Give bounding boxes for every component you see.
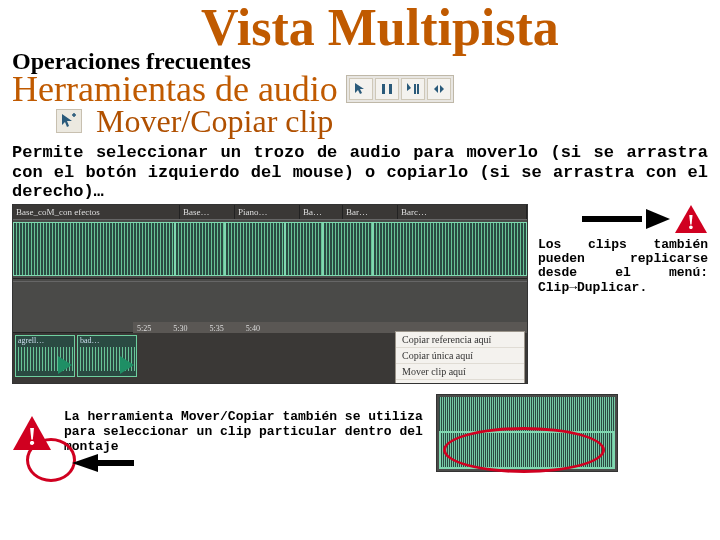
svg-rect-0 — [382, 84, 385, 94]
clip-name: Base… — [180, 205, 235, 219]
multitrack-editor-screenshot: Base_coM_con efectos Base… Piano… Ba… Ba… — [12, 204, 528, 384]
description-paragraph: Permite seleccionar un trozo de audio pa… — [12, 143, 708, 202]
heading-move-copy-text: Mover/Copiar clip — [96, 105, 333, 137]
highlight-circle — [443, 427, 605, 473]
context-menu-item[interactable]: Cancelar — [396, 380, 524, 384]
context-menu-item[interactable]: Copiar única aquí — [396, 348, 524, 364]
clip-header-row: Base_coM_con efectos Base… Piano… Ba… Ba… — [13, 205, 527, 219]
play-icon — [58, 356, 72, 374]
highlight-circle — [26, 438, 76, 482]
track-1 — [13, 219, 527, 279]
context-menu-item[interactable]: Copiar referencia aquí — [396, 332, 524, 348]
selected-clip-screenshot — [436, 394, 618, 472]
heading-audio-tools-text: Herramientas de audio — [12, 71, 338, 107]
clip-name: Base_coM_con efectos — [13, 205, 180, 219]
bin-clip-label: agrell… — [18, 336, 44, 345]
svg-rect-2 — [414, 84, 416, 94]
audio-clip[interactable] — [13, 222, 175, 276]
clip-name: Barc… — [398, 205, 527, 219]
duplicate-note: Los clips también pueden replicarse desd… — [538, 238, 708, 295]
context-menu: Copiar referencia aquí Copiar única aquí… — [395, 331, 525, 384]
bin-clip[interactable]: bad… — [77, 335, 137, 377]
heading-audio-tools: Herramientas de audio — [12, 71, 708, 107]
audio-tools-toolbar — [346, 75, 454, 103]
context-menu-item[interactable]: Mover clip aquí — [396, 364, 524, 380]
svg-rect-3 — [417, 84, 419, 94]
audio-clip[interactable] — [323, 222, 373, 276]
tool-move-icon[interactable] — [349, 78, 373, 100]
audio-clip[interactable] — [175, 222, 225, 276]
clip-name: Bar… — [343, 205, 398, 219]
select-clip-note: La herramienta Mover/Copiar también se u… — [64, 410, 424, 455]
clip-name: Ba… — [300, 205, 343, 219]
page-title: Vista Multipista — [52, 2, 708, 54]
audio-clip[interactable] — [225, 222, 285, 276]
audio-clip[interactable] — [373, 222, 527, 276]
warning-icon: ! — [674, 204, 708, 234]
svg-text:!: ! — [687, 209, 694, 234]
play-icon — [120, 356, 134, 374]
move-copy-tool-icon — [56, 109, 82, 133]
arrow-from-clip — [72, 454, 98, 472]
arrow-to-warning: ! — [538, 204, 708, 234]
tool-hybrid-icon[interactable] — [401, 78, 425, 100]
tool-time-select-icon[interactable] — [375, 78, 399, 100]
bin-clip-label: bad… — [80, 336, 100, 345]
bin-clip[interactable]: agrell… — [15, 335, 75, 377]
heading-move-copy: Mover/Copiar clip — [56, 105, 708, 137]
clip-name: Piano… — [235, 205, 300, 219]
audio-clip[interactable] — [285, 222, 323, 276]
svg-rect-1 — [389, 84, 392, 94]
tool-scrub-icon[interactable] — [427, 78, 451, 100]
